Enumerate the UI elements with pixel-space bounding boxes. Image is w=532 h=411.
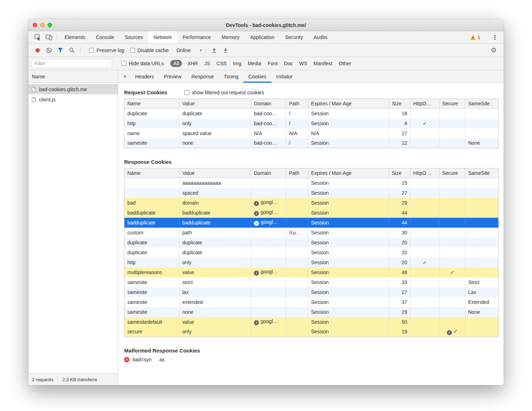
request-row[interactable]: bad-cookies.glitch.me	[28, 84, 118, 94]
main-tab[interactable]: Elements	[59, 31, 90, 43]
column-header[interactable]: Domain	[251, 168, 286, 178]
cookie-row[interactable]: samesite strict i Session 33 i	[124, 277, 499, 287]
show-filtered-cookies-checkbox[interactable]: show filtered out request cookies	[184, 90, 264, 95]
resource-type-filter[interactable]: Doc	[284, 61, 293, 66]
cookie-row[interactable]: duplicate duplicate ibad-coo… / Session …	[124, 109, 499, 118]
cookie-size: 27	[389, 287, 410, 297]
column-header[interactable]: SameSite	[465, 99, 499, 109]
close-icon[interactable]: ×	[120, 70, 130, 83]
cookie-name: custom	[124, 228, 179, 238]
checkbox-box[interactable]	[89, 48, 94, 53]
column-header[interactable]: SameSite	[465, 168, 499, 178]
filter-icon[interactable]	[55, 48, 66, 53]
record-button[interactable]	[32, 48, 43, 52]
info-icon: i	[447, 330, 452, 335]
main-tab[interactable]: Console	[90, 31, 119, 43]
main-tab[interactable]: Audits	[308, 31, 333, 43]
detail-tab[interactable]: Preview	[159, 70, 187, 83]
cookie-name: samesite	[124, 138, 179, 148]
main-tab[interactable]: Application	[245, 31, 280, 43]
column-header[interactable]: Value	[179, 99, 251, 109]
requests-column-header[interactable]: Name	[28, 70, 118, 83]
main-tab[interactable]: Security	[280, 31, 309, 43]
cookie-row[interactable]: aaaaaaaaaaaaaa i Session 15 i	[124, 178, 499, 188]
main-tab[interactable]: Sources	[120, 31, 148, 43]
cookie-samesite	[465, 218, 499, 228]
cookie-row[interactable]: badduplicate badduplicate igoogl… Sessio…	[124, 208, 499, 218]
minimize-window-button[interactable]	[40, 23, 45, 27]
column-header[interactable]: Expires / Max-Age	[308, 168, 389, 178]
detail-tab[interactable]: Cookies	[243, 70, 271, 83]
main-tab[interactable]: Network	[148, 31, 177, 43]
detail-tab[interactable]: Initiator	[271, 70, 298, 83]
cookie-row[interactable]: samesite lax i Session 27 i	[124, 287, 499, 297]
column-header[interactable]: HttpO…	[410, 99, 439, 109]
settings-gear-icon[interactable]: ⚙	[487, 46, 500, 54]
column-header[interactable]: HttpO…	[410, 168, 439, 178]
column-header[interactable]: Secure	[439, 99, 465, 109]
zoom-window-button[interactable]	[48, 23, 52, 27]
cookie-row[interactable]: http only i Session 20 ✓ i	[124, 257, 499, 267]
cookie-row[interactable]: duplicate duplicate i Session 20	[124, 248, 499, 257]
cookie-row[interactable]: bad domain igoogl… Session 29 i	[124, 198, 499, 208]
inspect-element-icon[interactable]	[32, 31, 43, 43]
checkbox-box[interactable]	[130, 48, 135, 53]
resource-type-filter[interactable]: All	[170, 60, 182, 67]
filter-input[interactable]	[31, 59, 112, 68]
detail-tab[interactable]: Timing	[219, 70, 244, 83]
cookie-row[interactable]: badduplicate badduplicate igoogl… Sessio…	[124, 218, 499, 228]
divider	[80, 47, 81, 54]
cookie-row[interactable]: custom path i /cu… Session 30 i	[124, 228, 499, 238]
resource-type-filter[interactable]: Other	[339, 61, 351, 66]
preserve-log-checkbox[interactable]: Preserve log	[89, 48, 124, 53]
resource-type-filter[interactable]: Font	[268, 61, 278, 66]
kebab-menu-icon[interactable]: ⋮	[488, 34, 502, 41]
main-tab[interactable]: Performance	[177, 31, 216, 43]
column-header[interactable]: Name	[124, 168, 179, 178]
resource-type-filter[interactable]: Manifest	[314, 61, 332, 66]
column-header[interactable]: Name	[124, 99, 179, 109]
device-toolbar-icon[interactable]	[43, 31, 55, 43]
column-header[interactable]: Secure	[439, 168, 465, 178]
import-har-icon[interactable]	[209, 48, 220, 53]
resource-type-filter[interactable]: CSS	[216, 61, 227, 66]
resource-type-filter[interactable]: Img	[233, 61, 241, 66]
cookie-row[interactable]: samesite none ibad-coo… / Session 12	[124, 138, 499, 148]
column-header[interactable]: Domain	[251, 99, 286, 109]
main-tab[interactable]: Memory	[216, 31, 245, 43]
resource-type-filter[interactable]: WS	[299, 61, 307, 66]
clear-button[interactable]	[43, 47, 55, 54]
request-cookies-table: Name Value Domain Path Expires / Max-Age…	[124, 99, 499, 148]
disable-cache-checkbox[interactable]: Disable cache	[130, 48, 169, 53]
cookie-row[interactable]: http only ibad-coo… / Session 8 ✓	[124, 118, 499, 128]
request-row[interactable]: client.js	[28, 94, 118, 105]
checkbox-box[interactable]	[184, 90, 189, 95]
cookie-row[interactable]: secure only i Session 19 i✓	[124, 327, 499, 337]
cookie-row[interactable]: spaced i Session 27 i	[124, 188, 499, 198]
export-har-icon[interactable]	[220, 48, 231, 53]
cookie-path: /	[286, 118, 308, 128]
detail-tab[interactable]: Response	[187, 70, 219, 83]
close-window-button[interactable]	[33, 23, 37, 27]
cookie-row[interactable]: samesite extended i Session 37	[124, 297, 499, 307]
cookie-row[interactable]: multiplereasons value igoogl… Session 48	[124, 267, 499, 277]
search-icon[interactable]	[66, 47, 77, 53]
detail-tab[interactable]: Headers	[130, 70, 159, 83]
warning-badge[interactable]: 1	[467, 35, 483, 40]
cookie-row[interactable]: samesite none i Session 29 i	[124, 307, 499, 317]
cookie-row[interactable]: duplicate duplicate i Session 20	[124, 238, 499, 248]
column-header[interactable]: Path	[286, 99, 308, 109]
cookie-row[interactable]: samesitedefault value igoogl… Session 50	[124, 317, 499, 327]
column-header[interactable]: Expires / Max-Age	[308, 99, 389, 109]
throttling-dropdown[interactable]: Online ▼	[177, 48, 203, 53]
cookie-row[interactable]: name spaced value iN/A N/A N/A 17	[124, 128, 499, 138]
hide-data-urls-checkbox[interactable]: Hide data URLs	[121, 61, 164, 66]
checkbox-box[interactable]	[121, 61, 126, 66]
column-header[interactable]: Value	[179, 168, 251, 178]
column-header[interactable]: Size	[389, 99, 410, 109]
resource-type-filter[interactable]: XHR	[187, 61, 198, 66]
column-header[interactable]: Size	[389, 168, 410, 178]
resource-type-filter[interactable]: Media	[248, 61, 261, 66]
resource-type-filter[interactable]: JS	[204, 61, 210, 66]
column-header[interactable]: Path	[286, 168, 308, 178]
